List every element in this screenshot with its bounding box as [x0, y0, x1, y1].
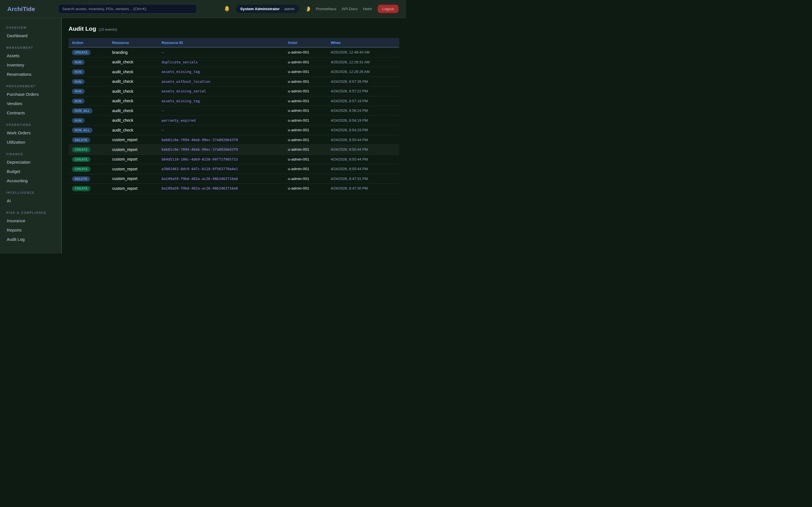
user-badge[interactable]: System Administrator · admin [236, 5, 299, 13]
action-cell: CREATE [68, 186, 109, 191]
resource-cell: audit_check [109, 60, 158, 64]
table-row[interactable]: RUN_ALLaudit_check–u-admin-0014/24/2026,… [68, 125, 399, 135]
action-badge: RUN_ALL [72, 108, 93, 114]
resource-id-cell: – [158, 108, 285, 113]
when-cell: 4/24/2026, 8:50:44 PM [327, 147, 399, 152]
resource-id-cell: duplicate_serials [158, 60, 285, 64]
table-row[interactable]: CREATEcustom_reporte3802463-8dc9-447c-b1… [68, 164, 399, 174]
actor-cell: u-admin-001 [285, 157, 327, 161]
resource-id-cell: – [158, 50, 285, 54]
action-cell: RUN [68, 79, 109, 84]
sidebar-item-depreciation[interactable]: Depreciation [6, 158, 58, 167]
table-row[interactable]: DELETEcustom_reportbeb81c0e-7094-46eb-99… [68, 135, 399, 145]
theme-toggle-moon-icon[interactable] [305, 6, 310, 11]
action-cell: RUN [68, 89, 109, 94]
when-cell: 4/24/2026, 8:54:19 PM [327, 118, 399, 122]
sidebar-item-budget[interactable]: Budget [6, 167, 58, 176]
table-row[interactable]: RUNaudit_checkassets_missing_tagu-admin-… [68, 67, 399, 77]
table-row[interactable]: RUNaudit_checkwarranty_expiredu-admin-00… [68, 116, 399, 126]
resource-id-cell: beb81c0e-7094-46eb-99ec-37a8926b43f0 [158, 138, 285, 142]
sidebar-section-overview: OVERVIEWDashboard [6, 26, 58, 40]
action-badge: RUN [72, 99, 85, 104]
sidebar-item-dashboard[interactable]: Dashboard [6, 31, 58, 40]
action-badge: DELETE [72, 176, 90, 182]
sidebar-item-insurance[interactable]: Insurance [6, 216, 58, 225]
action-cell: CREATE [68, 157, 109, 162]
sidebar-section-label: MANAGEMENT [6, 46, 58, 49]
sidebar-section-label: RISK & COMPLIANCE [6, 211, 58, 214]
when-cell: 4/24/2026, 8:57:26 PM [327, 79, 399, 83]
resource-cell: custom_report [109, 176, 158, 181]
table-row[interactable]: CREATEcustom_reportba109a59-f9bd-482a-ac… [68, 184, 399, 193]
sidebar-section-risk-compliance: RISK & COMPLIANCEInsuranceReportsAudit L… [6, 211, 58, 244]
notification-bell-icon[interactable] [224, 6, 230, 12]
actor-cell: u-admin-001 [285, 99, 327, 103]
table-row[interactable]: CREATEcustom_reportbeb81c0e-7094-46eb-99… [68, 145, 399, 155]
when-cell: 4/25/2026, 12:48:40 AM [327, 50, 399, 54]
table-row[interactable]: RUNaudit_checkassets_missing_serialu-adm… [68, 87, 399, 96]
app-shell: OVERVIEWDashboardMANAGEMENTAssetsInvento… [0, 18, 406, 253]
search-input[interactable] [58, 4, 197, 13]
resource-id-cell: – [158, 128, 285, 132]
table-row[interactable]: RUNaudit_checkassets_without_locationu-a… [68, 77, 399, 87]
action-cell: UPDATE [68, 50, 109, 55]
sidebar-item-purchase-orders[interactable]: Purchase Orders [6, 90, 58, 99]
header-link-api-docs[interactable]: API Docs [342, 7, 357, 11]
resource-id-cell: assets_missing_tag [158, 69, 285, 74]
table-row[interactable]: RUNaudit_checkassets_missing_tagu-admin-… [68, 96, 399, 106]
sidebar-item-inventory[interactable]: Inventory [6, 60, 58, 69]
sidebar-section-label: INTELLIGENCE [6, 191, 58, 194]
sidebar-section-procurement: PROCUREMENTPurchase OrdersVendorsContrac… [6, 84, 58, 117]
actor-cell: u-admin-001 [285, 167, 327, 171]
resource-cell: branding [109, 50, 158, 55]
action-badge: RUN [72, 60, 85, 65]
actor-cell: u-admin-001 [285, 50, 327, 54]
header-link-prometheus[interactable]: Prometheus [316, 7, 336, 11]
when-cell: 4/24/2026, 8:57:19 PM [327, 99, 399, 103]
sidebar-item-reports[interactable]: Reports [6, 225, 58, 235]
sidebar-section-label: OVERVIEW [6, 26, 58, 29]
page-title: Audit Log [68, 25, 96, 32]
sidebar-item-accounting[interactable]: Accounting [6, 176, 58, 185]
resource-id-cell: b64d5110-106c-4de9-8158-00f71f065715 [158, 157, 285, 161]
actor-cell: u-admin-001 [285, 79, 327, 83]
resource-cell: audit_check [109, 69, 158, 74]
action-cell: DELETE [68, 176, 109, 182]
app-logo: ArchiTide [7, 6, 35, 12]
sidebar-item-work-orders[interactable]: Work Orders [6, 128, 58, 137]
actor-cell: u-admin-001 [285, 177, 327, 181]
top-bar: ArchiTide System Administrator · admin P… [0, 0, 406, 18]
sidebar-item-vendors[interactable]: Vendors [6, 99, 58, 108]
sidebar-item-reservations[interactable]: Reservations [6, 69, 58, 79]
when-cell: 4/24/2026, 8:50:44 PM [327, 138, 399, 142]
action-cell: RUN [68, 98, 109, 104]
resource-id-cell: assets_missing_serial [158, 89, 285, 93]
sidebar-item-assets[interactable]: Assets [6, 51, 58, 60]
header-link-helm[interactable]: Helm [363, 7, 372, 11]
user-role: admin [284, 7, 295, 11]
resource-id-cell: ba109a59-f9bd-482a-ac26-98b3463716e6 [158, 177, 285, 181]
sidebar-item-contracts[interactable]: Contracts [6, 108, 58, 117]
user-name: System Administrator [240, 7, 280, 11]
column-header-resource: Resource [109, 41, 158, 45]
table-row[interactable]: CREATEcustom_reportb64d5110-106c-4de9-81… [68, 155, 399, 165]
table-row[interactable]: RUNaudit_checkduplicate_serialsu-admin-0… [68, 57, 399, 67]
resource-id-cell: assets_without_location [158, 79, 285, 83]
logout-button[interactable]: Logout [377, 4, 399, 13]
action-cell: CREATE [68, 166, 109, 172]
sidebar-item-audit-log[interactable]: Audit Log [6, 235, 58, 244]
action-cell: RUN [68, 69, 109, 75]
action-cell: DELETE [68, 137, 109, 143]
resource-cell: custom_report [109, 157, 158, 161]
sidebar-item-utilization[interactable]: Utilization [6, 137, 58, 147]
sidebar-section-intelligence: INTELLIGENCEAI [6, 191, 58, 205]
action-badge: RUN [72, 79, 85, 84]
sidebar-item-ai[interactable]: AI [6, 196, 58, 205]
table-row[interactable]: RUN_ALLaudit_check–u-admin-0014/24/2026,… [68, 106, 399, 116]
table-row[interactable]: UPDATEbranding–u-admin-0014/25/2026, 12:… [68, 48, 399, 57]
actor-cell: u-admin-001 [285, 108, 327, 113]
sidebar-nav: OVERVIEWDashboardMANAGEMENTAssetsInvento… [0, 18, 62, 253]
action-badge: RUN [72, 118, 85, 123]
column-header-actor: Actor [285, 41, 327, 45]
table-row[interactable]: DELETEcustom_reportba109a59-f9bd-482a-ac… [68, 174, 399, 184]
